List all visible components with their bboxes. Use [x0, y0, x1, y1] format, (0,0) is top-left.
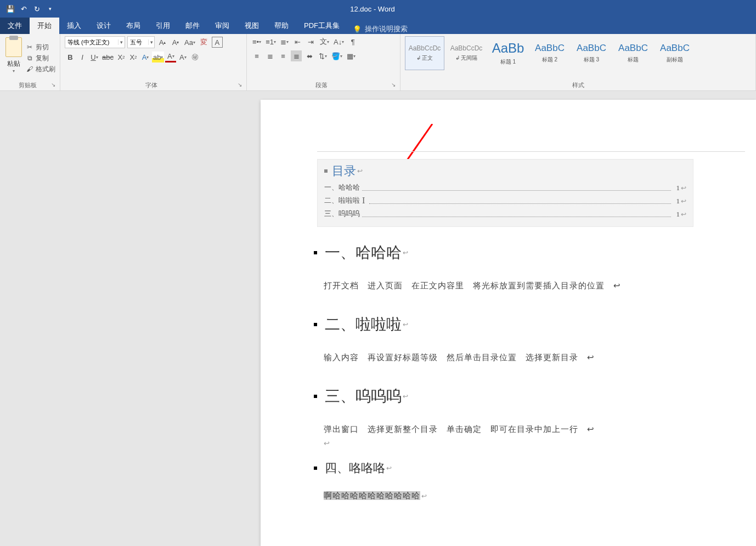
align-right-button[interactable]: ≡: [278, 50, 289, 61]
align-distribute-button[interactable]: ⬌: [304, 50, 315, 61]
tab-help[interactable]: 帮助: [267, 18, 296, 34]
toc-entry[interactable]: 一、哈哈哈1↩: [324, 183, 686, 192]
format-painter-button[interactable]: 🖌格式刷: [26, 65, 55, 74]
align-center-button[interactable]: ≣: [264, 50, 275, 61]
align-justify-button[interactable]: ≣: [291, 50, 302, 61]
bullets-button[interactable]: ≡•: [251, 36, 262, 47]
tab-references[interactable]: 引用: [148, 18, 178, 34]
tab-pdf[interactable]: PDF工具集: [296, 18, 347, 34]
save-icon[interactable]: 💾: [5, 4, 15, 14]
paragraph-4: 啊哈哈哈哈哈哈哈哈哈哈↩: [324, 491, 756, 501]
italic-button[interactable]: I: [77, 52, 88, 62]
undo-icon[interactable]: ↶: [19, 4, 29, 14]
line-spacing-button[interactable]: ⇅: [317, 50, 328, 61]
superscript-button[interactable]: X2: [128, 52, 139, 62]
styles-label: 样式: [405, 80, 751, 89]
document-area[interactable]: 目录 ↩ 一、哈哈哈1↩二、啦啦啦I1↩三、呜呜呜1↩ 一、哈哈哈↩ 打开文档 …: [0, 91, 756, 546]
scissors-icon: ✂: [26, 43, 33, 51]
tab-mailings[interactable]: 邮件: [178, 18, 207, 34]
paste-icon: [5, 37, 22, 57]
toc-entry[interactable]: 二、啦啦啦I1↩: [324, 196, 686, 206]
heading-1: 一、哈哈哈↩: [314, 242, 756, 263]
clipboard-launcher-icon[interactable]: ↘: [51, 82, 55, 88]
indent-left-button[interactable]: ⇤: [292, 36, 303, 47]
paragraph-mark-icon: ↩: [357, 167, 363, 175]
toc-entry[interactable]: 三、呜呜呜1↩: [324, 209, 686, 219]
char-border-button[interactable]: A: [212, 37, 223, 48]
font-launcher-icon[interactable]: ↘: [238, 82, 242, 88]
clipboard-label: 剪贴板: [4, 80, 51, 89]
phonetic-guide-button[interactable]: 変: [199, 37, 210, 48]
style-标题 2[interactable]: AaBbC标题 2: [530, 36, 569, 70]
style-标题[interactable]: AaBbC标题: [613, 36, 653, 70]
paste-button[interactable]: 粘贴 ▾: [4, 36, 22, 80]
paste-label: 粘贴: [7, 59, 20, 69]
title-bar: 💾 ↶ ↻ ▾ 12.doc - Word: [0, 0, 756, 18]
tab-home[interactable]: 开始: [30, 18, 59, 34]
font-name-input[interactable]: [65, 39, 118, 46]
underline-button[interactable]: U: [89, 52, 100, 62]
cut-button[interactable]: ✂剪切: [26, 43, 55, 52]
char-shading-button[interactable]: A: [177, 52, 188, 62]
font-name-combo[interactable]: ▾: [65, 36, 125, 48]
shading-button[interactable]: 🪣: [330, 50, 343, 61]
tab-view[interactable]: 视图: [237, 18, 267, 34]
qa-dropdown-icon[interactable]: ▾: [45, 4, 55, 14]
shrink-font-button[interactable]: A▾: [170, 37, 181, 48]
styles-gallery[interactable]: AaBbCcDc↲ 正文AaBbCcDc↲ 无间隔AaBb标题 1AaBbC标题…: [405, 36, 695, 80]
strikethrough-button[interactable]: abc: [101, 52, 115, 62]
tab-design[interactable]: 设计: [89, 18, 119, 34]
paragraph-mark-icon: ↩: [324, 439, 756, 448]
numbering-button[interactable]: ≡1: [264, 36, 277, 47]
show-marks-button[interactable]: ¶: [347, 36, 358, 47]
window-title: 12.doc - Word: [60, 5, 685, 13]
selected-text[interactable]: 啊哈哈哈哈哈哈哈哈哈哈: [324, 491, 420, 500]
style-标题 1[interactable]: AaBb标题 1: [488, 36, 528, 70]
indent-right-button[interactable]: ⇥: [306, 36, 317, 47]
paragraph-2: 输入内容 再设置好标题等级 然后单击目录位置 选择更新目录 ↩: [324, 352, 756, 363]
bold-button[interactable]: B: [65, 52, 76, 62]
tab-file[interactable]: 文件: [0, 18, 30, 34]
chevron-down-icon[interactable]: ▾: [118, 39, 125, 45]
change-case-button[interactable]: Aa: [183, 37, 196, 48]
group-paragraph: ≡• ≡1 ≣ ⇤ ⇥ 文 A↓ ¶ ≡ ≣ ≡ ≣ ⬌ ⇅ 🪣 ▦ 段落: [247, 34, 400, 90]
tab-insert[interactable]: 插入: [59, 18, 89, 34]
toc-title: 目录: [332, 163, 356, 179]
sort-button[interactable]: A↓: [332, 36, 345, 47]
tab-review[interactable]: 审阅: [207, 18, 237, 34]
group-clipboard: 粘贴 ▾ ✂剪切 ⧉复制 🖌格式刷 剪贴板 ↘: [0, 34, 60, 90]
text-effects-button[interactable]: A: [140, 52, 151, 62]
redo-icon[interactable]: ↻: [32, 4, 42, 14]
style-标题 3[interactable]: AaBbC标题 3: [572, 36, 611, 70]
style-↲ 无间隔[interactable]: AaBbCcDc↲ 无间隔: [447, 36, 486, 70]
font-size-combo[interactable]: ▾: [127, 36, 155, 48]
paragraph-launcher-icon[interactable]: ↘: [391, 82, 396, 88]
multilevel-button[interactable]: ≣: [279, 36, 290, 47]
paragraph-3: 弹出窗口 选择更新整个目录 单击确定 即可在目录中加上一行 ↩: [324, 424, 756, 435]
chevron-down-icon[interactable]: ▾: [148, 39, 154, 45]
brush-icon: 🖌: [26, 65, 33, 73]
heading-2: 二、啦啦啦↩: [314, 314, 756, 335]
copy-button[interactable]: ⧉复制: [26, 54, 55, 63]
asian-layout-button[interactable]: 文: [319, 36, 330, 47]
font-color-button[interactable]: A: [165, 52, 176, 62]
borders-button[interactable]: ▦: [346, 50, 357, 61]
enclose-char-button[interactable]: ㊙: [189, 52, 200, 62]
bullet-icon: [314, 395, 317, 398]
bullet-icon: [314, 467, 317, 470]
style-副标题[interactable]: AaBbC副标题: [655, 36, 695, 70]
ribbon: 粘贴 ▾ ✂剪切 ⧉复制 🖌格式刷 剪贴板 ↘ ▾ ▾: [0, 34, 756, 91]
tell-me-search[interactable]: 💡 操作说明搜索: [353, 24, 408, 34]
highlight-button[interactable]: ab: [152, 52, 164, 62]
align-left-button[interactable]: ≡: [251, 50, 262, 61]
toc-bullet-icon: [324, 169, 328, 173]
quick-access: 💾 ↶ ↻ ▾: [0, 4, 60, 14]
font-size-input[interactable]: [128, 39, 148, 46]
tab-layout[interactable]: 布局: [119, 18, 148, 34]
toc-field[interactable]: 目录 ↩ 一、哈哈哈1↩二、啦啦啦I1↩三、呜呜呜1↩: [317, 159, 693, 227]
copy-icon: ⧉: [26, 54, 33, 62]
grow-font-button[interactable]: A▴: [157, 37, 168, 48]
heading-4: 四、咯咯咯↩: [314, 460, 756, 476]
style-↲ 正文[interactable]: AaBbCcDc↲ 正文: [405, 36, 444, 70]
subscript-button[interactable]: X2: [116, 52, 127, 62]
